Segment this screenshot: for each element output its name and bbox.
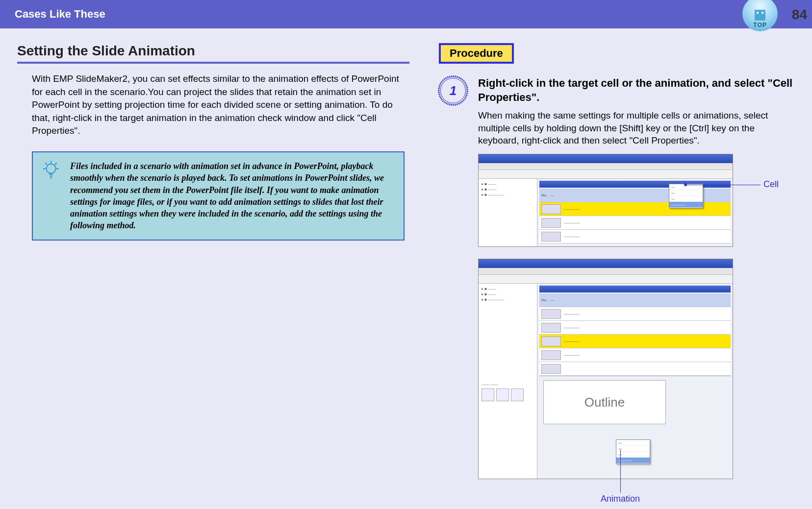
screenshot-animation-wrap: ▸ ■ ——▸ ■ ——▸ ■ ———— —— —— [478,259,797,479]
tip-text: Files included in a scenario with animat… [70,161,384,230]
top-button-label: TOP [753,22,766,28]
step-text: When making the same settings for multip… [478,109,797,147]
callout-animation: Animation [601,494,640,504]
screenshot-cell: ▸ ■ ——▸ ■ ——▸ ■ ———— No.— ———— ———— ————… [478,154,733,247]
tip-box: Files included in a scenario with animat… [32,151,405,241]
callout-line [620,450,621,493]
svg-point-0 [46,164,55,173]
procedure-step: 1 Right-click in the target cell or the … [439,76,797,491]
section-body: With EMP SlideMaker2, you can set effect… [17,73,409,138]
outline-preview: Outline [543,380,666,424]
section-title: Setting the Slide Animation [17,43,409,64]
top-button[interactable]: TOP [742,0,778,31]
step-number-badge: 1 [439,76,467,105]
procedure-label: Procedure [439,43,514,64]
lightbulb-icon [40,159,62,182]
header-bar: Cases Like These TOP 84 [0,0,812,28]
page-number: 84 [792,7,807,23]
header-title: Cases Like These [15,8,105,21]
callout-cell: Cell [763,179,779,190]
callout-line [687,185,761,185]
step-title: Right-click in the target cell or the an… [478,76,797,104]
building-icon [755,10,765,21]
screenshot-cell-wrap: ▸ ■ ——▸ ■ ——▸ ■ ———— No.— ———— ———— ————… [478,154,797,247]
screenshot-animation: ▸ ■ ——▸ ■ ——▸ ■ ———— —— —— [478,259,733,479]
